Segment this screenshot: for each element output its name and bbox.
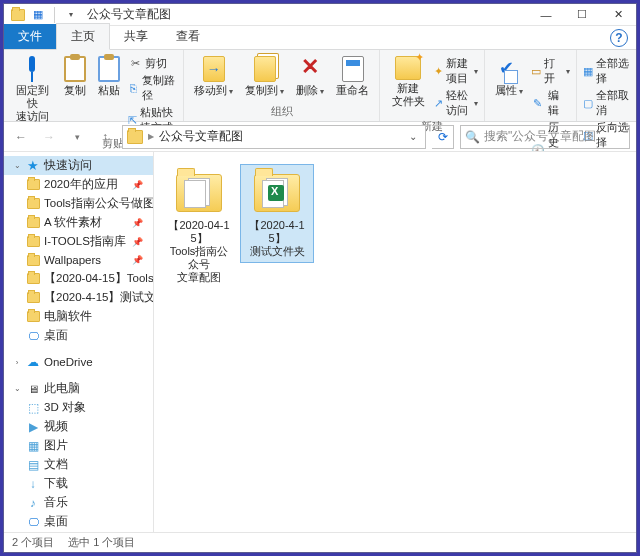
select-none-icon: ▢ xyxy=(583,96,594,110)
qat-dropdown-icon[interactable]: ▾ xyxy=(63,7,79,23)
cube-icon: ⬚ xyxy=(26,401,40,415)
sidebar-item[interactable]: 电脑软件 xyxy=(4,307,153,326)
maximize-button[interactable]: ☐ xyxy=(564,4,600,25)
address-bar-row: ← → ▾ ↑ ▶ 公众号文章配图 ⌄ ⟳ 🔍 搜索"公众号文章配图" xyxy=(4,122,636,152)
collapse-icon[interactable]: ⌄ xyxy=(12,384,22,393)
tab-file[interactable]: 文件 xyxy=(4,24,56,49)
easy-access-button[interactable]: ↗轻松访问▾ xyxy=(434,88,478,118)
sidebar-item-music[interactable]: ♪音乐 xyxy=(4,493,153,512)
sidebar-item-documents[interactable]: ▤文档 xyxy=(4,455,153,474)
documents-icon: ▤ xyxy=(26,458,40,472)
ribbon: 固定到快速访问 复制 粘贴 ✂剪切 ⎘复制路径 ⇱粘贴快捷方式 xyxy=(4,50,636,122)
search-icon: 🔍 xyxy=(465,130,480,144)
sidebar-item-3d[interactable]: ⬚3D 对象 xyxy=(4,398,153,417)
folder-item[interactable]: 【2020-04-15】 Tools指南公众号 文章配图 xyxy=(162,164,236,289)
sidebar-item[interactable]: 2020年的应用📌 xyxy=(4,175,153,194)
select-all-icon: ▦ xyxy=(583,64,594,78)
folder-label: 【2020-4-15】 测试文件夹 xyxy=(245,219,309,258)
address-bar[interactable]: ▶ 公众号文章配图 ⌄ xyxy=(122,125,426,149)
refresh-button[interactable]: ⟳ xyxy=(432,125,454,149)
delete-button[interactable]: ✕ 删除▾ xyxy=(292,54,328,100)
qat-properties-icon[interactable]: ▦ xyxy=(30,7,46,23)
paste-button[interactable]: 粘贴 xyxy=(94,54,124,99)
select-none-button[interactable]: ▢全部取消 xyxy=(583,88,630,118)
select-all-button[interactable]: ▦全部选择 xyxy=(583,56,630,86)
move-to-icon xyxy=(203,56,225,82)
sidebar-item-videos[interactable]: ▶视频 xyxy=(4,417,153,436)
status-selected: 选中 1 个项目 xyxy=(68,535,135,550)
folder-label: 【2020-04-15】 Tools指南公众号 文章配图 xyxy=(167,219,231,284)
folder-icon xyxy=(26,197,40,211)
sidebar-item[interactable]: 🖵桌面 xyxy=(4,326,153,345)
sidebar-item[interactable]: 【2020-4-15】测试文件夹 xyxy=(4,288,153,307)
new-folder-button[interactable]: 新建文件夹 xyxy=(386,54,430,110)
navigation-pane[interactable]: ⌄ ★ 快速访问 2020年的应用📌 Tools指南公众号做图📌 A 软件素材📌… xyxy=(4,152,154,532)
nav-up-button[interactable]: ↑ xyxy=(94,126,116,148)
close-button[interactable]: ✕ xyxy=(600,4,636,25)
tab-share[interactable]: 共享 xyxy=(110,24,162,49)
nav-recent-button[interactable]: ▾ xyxy=(66,126,88,148)
sidebar-item-pictures[interactable]: ▦图片 xyxy=(4,436,153,455)
tab-home[interactable]: 主页 xyxy=(56,23,110,50)
file-list[interactable]: 【2020-04-15】 Tools指南公众号 文章配图 【2020-4-15】… xyxy=(154,152,636,532)
pin-icon xyxy=(21,56,43,82)
pin-to-quick-access-button[interactable]: 固定到快速访问 xyxy=(10,54,54,125)
edit-button[interactable]: ✎编辑 xyxy=(531,88,570,118)
window-title: 公众号文章配图 xyxy=(83,6,171,23)
sidebar-onedrive[interactable]: ›☁OneDrive xyxy=(4,353,153,371)
sidebar-item[interactable]: I-TOOLS指南库📌 xyxy=(4,232,153,251)
folder-icon xyxy=(26,272,40,286)
delete-icon: ✕ xyxy=(301,56,319,82)
collapse-icon[interactable]: ⌄ xyxy=(12,161,22,170)
properties-button[interactable]: 属性▾ xyxy=(491,54,527,100)
copy-button[interactable]: 复制 xyxy=(60,54,90,99)
copy-to-button[interactable]: 复制到▾ xyxy=(241,54,288,100)
nav-back-button[interactable]: ← xyxy=(10,126,32,148)
folder-item[interactable]: 【2020-4-15】 测试文件夹 xyxy=(240,164,314,263)
sidebar-item[interactable]: 【2020-04-15】Tools指 xyxy=(4,269,153,288)
tab-view[interactable]: 查看 xyxy=(162,24,214,49)
sidebar-item-desktop[interactable]: 🖵桌面 xyxy=(4,512,153,531)
downloads-icon: ↓ xyxy=(26,477,40,491)
pin-icon: 📌 xyxy=(132,180,149,190)
copy-path-button[interactable]: ⎘复制路径 xyxy=(128,73,177,103)
open-button[interactable]: ▭打开▾ xyxy=(531,56,570,86)
breadcrumb[interactable]: 公众号文章配图 xyxy=(159,128,243,145)
rename-button[interactable]: 重命名 xyxy=(332,54,373,99)
help-button[interactable]: ? xyxy=(610,29,628,47)
move-to-button[interactable]: 移动到▾ xyxy=(190,54,237,100)
ribbon-group-select: ▦全部选择 ▢全部取消 ◫反向选择 选择 xyxy=(577,50,636,121)
open-icon: ▭ xyxy=(531,64,541,78)
sidebar-item-downloads[interactable]: ↓下载 xyxy=(4,474,153,493)
copy-to-icon xyxy=(254,56,276,82)
rename-icon xyxy=(342,56,364,82)
sidebar-item[interactable]: A 软件素材📌 xyxy=(4,213,153,232)
scissors-icon: ✂ xyxy=(128,57,142,71)
chevron-right-icon[interactable]: ▶ xyxy=(148,132,154,141)
paste-icon xyxy=(98,56,120,82)
ribbon-group-organize: 移动到▾ 复制到▾ ✕ 删除▾ 重命名 组织 xyxy=(184,50,380,121)
sidebar-quick-access[interactable]: ⌄ ★ 快速访问 xyxy=(4,156,153,175)
new-item-icon: ✦ xyxy=(434,64,443,78)
folder-icon xyxy=(26,253,40,267)
group-label-organize: 组织 xyxy=(190,103,373,121)
folder-thumb-icon xyxy=(176,174,222,212)
address-folder-icon xyxy=(127,130,143,144)
pc-icon: 🖥 xyxy=(26,382,40,396)
cut-button[interactable]: ✂剪切 xyxy=(128,56,177,71)
minimize-button[interactable]: — xyxy=(528,4,564,25)
nav-forward-button[interactable]: → xyxy=(38,126,60,148)
expand-icon[interactable]: › xyxy=(12,358,22,367)
address-dropdown-button[interactable]: ⌄ xyxy=(405,131,421,142)
sidebar-this-pc[interactable]: ⌄🖥此电脑 xyxy=(4,379,153,398)
folder-icon xyxy=(26,178,40,192)
path-icon: ⎘ xyxy=(128,81,139,95)
search-input[interactable]: 🔍 搜索"公众号文章配图" xyxy=(460,125,630,149)
sidebar-item[interactable]: Tools指南公众号做图📌 xyxy=(4,194,153,213)
ribbon-group-open: 属性▾ ▭打开▾ ✎编辑 🕘历史记录 打开 xyxy=(485,50,577,121)
pin-icon: 📌 xyxy=(132,255,149,265)
new-item-button[interactable]: ✦新建项目▾ xyxy=(434,56,478,86)
video-icon: ▶ xyxy=(26,420,40,434)
star-icon: ★ xyxy=(26,159,40,173)
sidebar-item[interactable]: Wallpapers📌 xyxy=(4,251,153,269)
